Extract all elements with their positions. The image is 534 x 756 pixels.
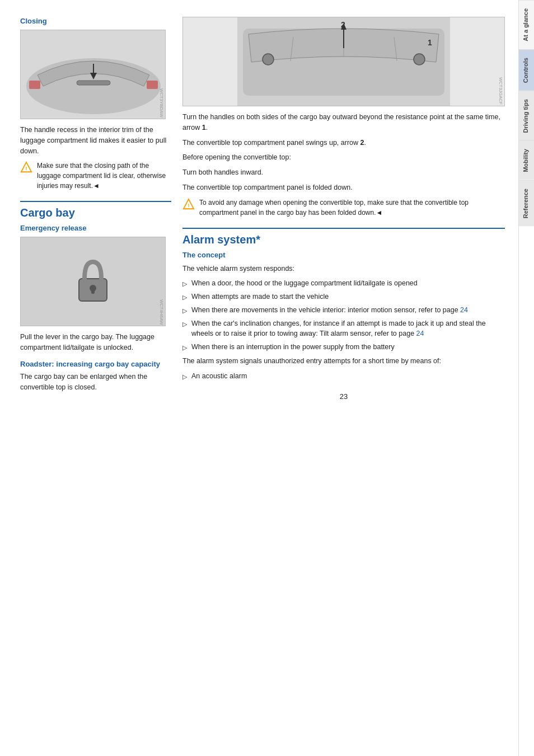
svg-text:!: ! [25, 166, 27, 171]
convertible-body5: The convertible top compartment panel is… [182, 182, 505, 193]
main-content: Closing [0, 0, 518, 756]
alarm-intro: The vehicle alarm system responds: [182, 264, 505, 274]
convertible-body3: Before opening the convertible top: [182, 152, 505, 163]
warning-icon: ! [20, 161, 32, 173]
alarm-bullet-2: When attempts are made to start the vehi… [182, 292, 505, 302]
emergency-release-heading: Emergency release [20, 224, 171, 232]
image-watermark: WCT3YBDAW [159, 88, 164, 118]
alarm-final-bullet-1: An acoustic alarm [182, 371, 505, 382]
emergency-release-body: Pull the lever in the cargo bay. The lug… [20, 332, 171, 353]
closing-heading: Closing [20, 17, 171, 25]
svg-point-17 [414, 54, 425, 65]
lock-image-watermark: WCT4H6AW [159, 299, 164, 325]
svg-rect-10 [91, 288, 95, 294]
alarm-final-bullets: An acoustic alarm [182, 371, 505, 382]
tab-mobility[interactable]: Mobility [519, 140, 534, 180]
cargo-lock-image: WCT4H6AW [20, 237, 166, 326]
closing-section: Closing [20, 17, 171, 191]
concept-heading: The concept [182, 251, 505, 259]
convertible-body1: Turn the handles on both sides of the ca… [182, 112, 505, 133]
closing-warning-text: Make sure that the closing path of the l… [37, 161, 171, 191]
convertible-warning-icon: ! [182, 198, 195, 210]
convertible-body2: The convertible top compartment panel sw… [182, 138, 505, 148]
svg-text:!: ! [188, 202, 189, 208]
closing-warning: ! Make sure that the closing path of the… [20, 161, 171, 191]
alarm-bullets: When a door, the hood or the luggage com… [182, 278, 505, 353]
tab-controls[interactable]: Controls [519, 49, 534, 91]
convertible-body4: Turn both handles inward. [182, 167, 505, 178]
trunk-image: WCT3YBDAW [20, 30, 166, 119]
tab-reference[interactable]: Reference [519, 180, 534, 226]
closing-body1: The handle recess in the interior trim o… [20, 125, 171, 156]
roadster-heading: Roadster: increasing cargo bay capacity [20, 360, 171, 368]
svg-text:1: 1 [428, 38, 432, 47]
page-number: 23 [182, 392, 505, 401]
tab-at-a-glance[interactable]: At a glance [519, 0, 534, 49]
alarm-heading: Alarm system* [182, 228, 505, 246]
convertible-watermark: WCT3JGACF [498, 77, 503, 105]
cargo-bay-heading: Cargo bay [20, 201, 171, 219]
convertible-warning-text: To avoid any damage when opening the con… [199, 198, 505, 218]
left-column: Closing [20, 17, 171, 739]
alarm-bullet-4: When the car's inclination changes, for … [182, 318, 505, 340]
alarm-bullet-3: When there are movements in the vehicle … [182, 305, 505, 316]
alarm-system-section: Alarm system* The concept The vehicle al… [182, 228, 505, 382]
convertible-warning: ! To avoid any damage when opening the c… [182, 198, 505, 218]
alarm-bullet-5: When there is an interruption in the pow… [182, 342, 505, 353]
svg-rect-5 [29, 81, 40, 89]
svg-point-16 [263, 54, 274, 65]
roadster-body: The cargo bay can be enlarged when the c… [20, 372, 171, 393]
svg-rect-2 [77, 81, 110, 85]
svg-rect-4 [147, 81, 158, 89]
convertible-image: 1 2 WCT3JGACF [182, 17, 505, 106]
tab-bar: At a glance Controls Driving tips Mobili… [518, 0, 534, 756]
alarm-bullet-1: When a door, the hood or the luggage com… [182, 278, 505, 289]
right-column: 1 2 WCT3JGACF Turn the handles on both s… [182, 17, 505, 739]
alarm-conclusion: The alarm system signals unauthorized en… [182, 356, 505, 367]
tab-driving-tips[interactable]: Driving tips [519, 91, 534, 141]
cargo-bay-section: Cargo bay Emergency release WCT4H6AW Pul… [20, 201, 171, 392]
